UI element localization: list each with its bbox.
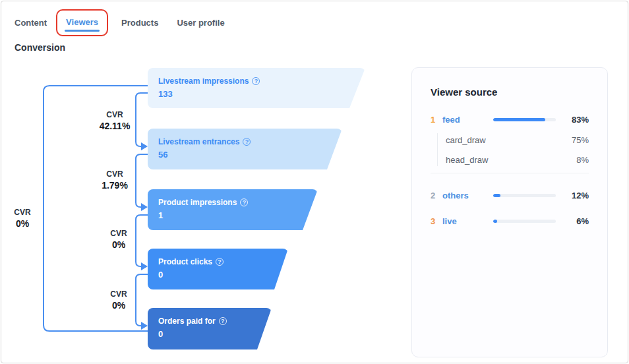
cvr-step-3: CVR 0% [98,228,140,251]
list-item: card_draw 75% [446,133,589,146]
stage-label: Livestream impressions [158,76,249,86]
percent-bar-fill [493,118,545,121]
sub-source-percent: 75% [572,135,589,145]
funnel-stage-livestream-impressions: Livestream impressions 133 [148,68,365,108]
stage-label: Product clicks [158,257,212,266]
sub-source-percent: 8% [576,155,589,165]
stage-value: 56 [158,150,332,160]
divider [431,173,589,173]
dashboard-card: Content Viewers Products User profile Co… [1,1,628,363]
cvr-value: 0% [3,218,42,229]
stage-value: 0 [158,270,278,280]
percent-value: 12% [572,191,589,200]
cvr-word: CVR [98,289,140,299]
sub-source-label: card_draw [446,135,486,145]
viewer-source-row-others: 2 others 12% [431,191,589,200]
stage-label: Product impressions [158,198,237,207]
stage-value: 1 [158,210,307,220]
help-icon[interactable] [219,317,227,325]
cvr-value: 42.11% [94,120,136,132]
stage-value: 0 [158,329,261,339]
rank-badge: 2 [431,191,442,200]
cvr-word: CVR [94,109,136,120]
cvr-step-1: CVR 42.11% [94,109,136,132]
percent-bar [493,194,556,197]
list-item: head_draw 8% [446,153,589,166]
percent-bar [493,220,556,223]
percent-value: 83% [572,115,589,125]
cvr-word: CVR [94,169,136,179]
cvr-value: 0% [98,299,140,311]
cvr-step-2: CVR 1.79% [94,169,136,191]
rank-badge: 1 [431,115,442,125]
cvr-overall: CVR 0% [3,207,42,229]
stage-label: Livestream entrances [158,137,239,146]
help-icon[interactable] [240,198,248,206]
cvr-step-4: CVR 0% [98,289,140,311]
cvr-value: 0% [98,239,140,251]
feed-sub-list: card_draw 75% head_draw 8% [437,133,589,166]
viewer-source-row-feed: 1 feed 83% [431,115,589,125]
viewer-source-title: Viewer source [431,86,589,98]
percent-bar-fill [493,194,500,197]
viewer-source-row-live: 3 live 6% [431,216,589,226]
funnel-stage-product-impressions: Product impressions 1 [148,189,318,230]
cvr-value: 1.79% [94,179,136,191]
funnel-stage-product-clicks: Product clicks 0 [148,249,288,289]
percent-bar [493,118,556,121]
source-link-live[interactable]: live [442,216,493,226]
stage-value: 133 [158,89,355,99]
cvr-word: CVR [98,228,140,239]
source-link-feed[interactable]: feed [442,115,493,125]
viewer-source-panel: Viewer source 1 feed 83% card_draw 75% h… [411,67,608,357]
percent-bar-fill [493,220,497,223]
help-icon[interactable] [216,258,224,266]
rank-badge: 3 [431,216,442,226]
funnel-stage-orders-paid: Orders paid for 0 [148,308,272,349]
help-icon[interactable] [252,77,260,85]
help-icon[interactable] [243,138,251,146]
percent-value: 6% [576,216,589,226]
source-link-others[interactable]: others [442,191,493,200]
funnel-stage-livestream-entrances: Livestream entrances 56 [148,129,342,169]
cvr-word: CVR [3,207,42,218]
stage-label: Orders paid for [158,317,216,326]
sub-source-label: head_draw [446,155,488,165]
